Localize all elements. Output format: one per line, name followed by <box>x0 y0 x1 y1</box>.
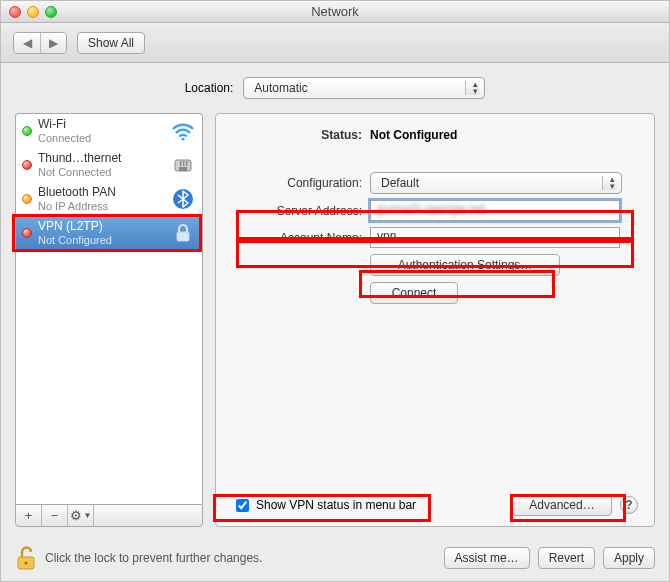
lock-text: Click the lock to prevent further change… <box>45 551 262 565</box>
ethernet-icon <box>170 152 196 178</box>
sidebar-item-label: Wi-Fi <box>38 118 164 132</box>
window-title: Network <box>1 4 669 19</box>
server-address-input[interactable]: gunna2t.opengw.net <box>370 200 620 221</box>
chevron-down-icon: ▼ <box>84 511 92 520</box>
location-row: Location: Automatic ▴ ▾ <box>15 77 655 99</box>
svg-rect-3 <box>180 161 181 166</box>
close-window-button[interactable] <box>9 6 21 18</box>
status-dot <box>22 160 32 170</box>
location-value: Automatic <box>254 81 307 95</box>
lock-icon <box>170 220 196 246</box>
wifi-icon <box>170 118 196 144</box>
gear-icon: ⚙︎ <box>70 508 82 523</box>
toolbar: ◀ ▶ Show All <box>1 23 669 63</box>
server-address-label: Server Address: <box>232 204 370 218</box>
content: Location: Automatic ▴ ▾ Wi-Fi Connected <box>1 63 669 537</box>
status-dot <box>22 194 32 204</box>
configuration-label: Configuration: <box>232 176 370 190</box>
assist-me-button[interactable]: Assist me… <box>444 547 530 569</box>
interfaces-sidebar: Wi-Fi Connected Thund…thernet Not Connec… <box>15 113 203 504</box>
revert-button[interactable]: Revert <box>538 547 595 569</box>
sidebar-item-label: Bluetooth PAN <box>38 186 164 200</box>
sidebar-item-status: Not Connected <box>38 166 164 179</box>
minimize-window-button[interactable] <box>27 6 39 18</box>
status-dot <box>22 126 32 136</box>
sidebar-item-thunderbolt-ethernet[interactable]: Thund…thernet Not Connected <box>16 148 202 182</box>
svg-point-9 <box>24 561 27 564</box>
action-menu-button[interactable]: ⚙︎▼ <box>68 505 94 526</box>
connect-button[interactable]: Connect <box>370 282 458 304</box>
authentication-settings-button[interactable]: Authentication Settings… <box>370 254 560 276</box>
sidebar-item-wifi[interactable]: Wi-Fi Connected <box>16 114 202 148</box>
checkbox-label: Show VPN status in menu bar <box>256 498 416 512</box>
sidebar-item-label: VPN (L2TP) <box>38 220 164 234</box>
svg-rect-4 <box>183 161 184 166</box>
help-button[interactable]: ? <box>620 496 638 514</box>
add-interface-button[interactable]: + <box>16 505 42 526</box>
account-name-label: Account Name: <box>232 231 370 245</box>
bluetooth-icon <box>170 186 196 212</box>
configuration-popup[interactable]: Default ▴ ▾ <box>370 172 622 194</box>
titlebar: Network <box>1 1 669 23</box>
sidebar-item-label: Thund…thernet <box>38 152 164 166</box>
svg-rect-5 <box>186 161 187 166</box>
zoom-window-button[interactable] <box>45 6 57 18</box>
forward-button[interactable]: ▶ <box>40 33 66 53</box>
location-label: Location: <box>185 81 234 95</box>
sidebar-item-bluetooth-pan[interactable]: Bluetooth PAN No IP Address <box>16 182 202 216</box>
network-preferences-window: Network ◀ ▶ Show All Location: Automatic… <box>0 0 670 582</box>
interface-detail-pane: Status: Not Configured Configuration: De… <box>215 113 655 527</box>
footer: Click the lock to prevent further change… <box>1 537 669 581</box>
sidebar-toolbar: + − ⚙︎▼ <box>15 504 203 527</box>
status-dot <box>22 228 32 238</box>
checkbox-input[interactable] <box>236 499 249 512</box>
account-name-input[interactable]: vpn <box>370 227 620 248</box>
chevron-down-icon: ▾ <box>610 182 615 191</box>
sidebar-item-status: Connected <box>38 132 164 145</box>
window-controls <box>1 6 57 18</box>
back-button[interactable]: ◀ <box>14 33 40 53</box>
nav-buttons: ◀ ▶ <box>13 32 67 54</box>
svg-rect-2 <box>179 167 187 171</box>
status-label: Status: <box>232 128 370 142</box>
sidebar-item-vpn[interactable]: VPN (L2TP) Not Configured <box>16 216 202 250</box>
apply-button[interactable]: Apply <box>603 547 655 569</box>
remove-interface-button[interactable]: − <box>42 505 68 526</box>
chevron-down-icon: ▾ <box>473 87 478 96</box>
sidebar-item-status: No IP Address <box>38 200 164 213</box>
status-value: Not Configured <box>370 128 457 142</box>
show-vpn-status-checkbox[interactable]: Show VPN status in menu bar <box>232 496 416 515</box>
location-popup[interactable]: Automatic ▴ ▾ <box>243 77 485 99</box>
svg-rect-7 <box>177 232 189 241</box>
show-all-button[interactable]: Show All <box>77 32 145 54</box>
svg-point-0 <box>181 137 184 140</box>
sidebar-item-status: Not Configured <box>38 234 164 247</box>
advanced-button[interactable]: Advanced… <box>512 494 612 516</box>
unlocked-padlock-icon[interactable] <box>15 545 37 571</box>
